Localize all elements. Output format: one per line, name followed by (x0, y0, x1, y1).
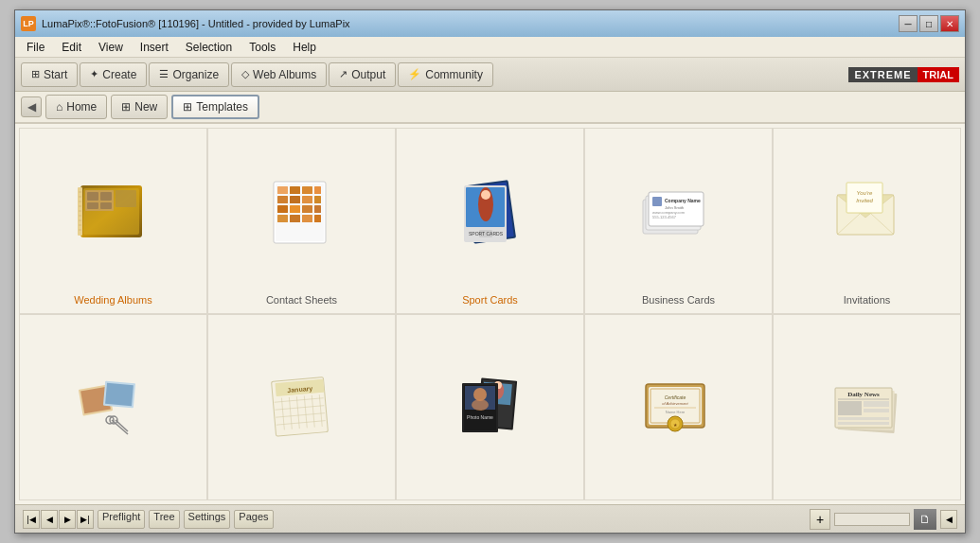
svg-text:SPORT CARDS: SPORT CARDS (469, 231, 504, 236)
svg-rect-110 (838, 422, 889, 425)
business-cards-label: Business Cards (642, 294, 715, 306)
menu-insert[interactable]: Insert (133, 39, 176, 56)
svg-rect-28 (277, 205, 288, 213)
sport-cards-svg: SPORT CARDS (453, 178, 528, 249)
certificates-svg: Certificate of Achievement Name Here ★ (641, 373, 717, 439)
invitations-icon-area: You're Invited (781, 136, 953, 290)
tree-button[interactable]: Tree (149, 510, 179, 529)
template-wedding-albums[interactable]: Wedding Albums (19, 128, 207, 314)
preflight-button[interactable]: Preflight (98, 510, 145, 529)
toolbar-output[interactable]: ↗ Output (329, 62, 396, 87)
menu-selection[interactable]: Selection (178, 39, 240, 56)
svg-rect-26 (302, 196, 312, 203)
svg-rect-62 (105, 382, 134, 405)
toolbar-webalbums[interactable]: ◇ Web Albums (231, 62, 327, 87)
main-window: LP LumaPix®::FotoFusion® [110196] - Unti… (14, 9, 966, 534)
toolbar-create[interactable]: ✦ Create (80, 62, 147, 87)
minimize-button[interactable]: ─ (899, 15, 918, 32)
scrapbook-svg (76, 373, 151, 439)
svg-text:Certificate: Certificate (664, 394, 686, 400)
svg-rect-47 (652, 197, 662, 206)
svg-rect-21 (290, 186, 300, 194)
svg-text:You're: You're (856, 190, 872, 196)
svg-rect-25 (290, 196, 300, 203)
page-back-btn[interactable]: ◀ (940, 510, 957, 529)
start-icon: ⊞ (31, 68, 40, 80)
extreme-label: EXTREME (848, 67, 917, 82)
svg-rect-27 (314, 196, 321, 203)
last-page-btn[interactable]: ▶| (77, 510, 94, 529)
app-icon: LP (21, 16, 36, 31)
template-newspaper[interactable]: Daily News (773, 314, 961, 500)
first-page-btn[interactable]: |◀ (23, 510, 40, 529)
svg-point-41 (481, 190, 490, 200)
menu-tools[interactable]: Tools (241, 39, 283, 56)
add-page-button[interactable]: + (810, 509, 830, 530)
template-contact-sheets[interactable]: Contact Sheets (207, 128, 396, 314)
nav-templates[interactable]: ⊞ Templates (171, 95, 259, 119)
maximize-button[interactable]: □ (919, 15, 938, 32)
wedding-albums-svg (76, 178, 151, 249)
template-sport-cards[interactable]: SPORT CARDS Sport Cards (396, 128, 584, 314)
new-icon: ⊞ (121, 100, 131, 114)
next-page-btn[interactable]: ▶ (59, 510, 76, 529)
back-button[interactable]: ◀ (21, 96, 42, 117)
invitations-label: Invitations (844, 294, 891, 306)
svg-text:Daily News: Daily News (847, 391, 880, 398)
start-label: Start (44, 68, 67, 81)
menu-file[interactable]: File (19, 39, 52, 56)
organize-icon: ☰ (159, 68, 169, 80)
photobooks-icon-area: Photo Name (404, 323, 576, 488)
template-row2-0[interactable] (19, 314, 207, 500)
title-bar: LP LumaPix®::FotoFusion® [110196] - Unti… (15, 10, 965, 37)
menu-bar: File Edit View Insert Selection Tools He… (15, 37, 965, 58)
page-nav-button[interactable]: 🗋 (914, 509, 936, 530)
organize-label: Organize (172, 68, 219, 81)
svg-rect-24 (277, 196, 288, 203)
svg-rect-106 (838, 401, 862, 415)
nav-new[interactable]: ⊞ New (111, 95, 168, 119)
prev-page-btn[interactable]: ◀ (41, 510, 58, 529)
main-content: Wedding Albums (15, 124, 965, 504)
svg-text:Photo Name: Photo Name (467, 414, 493, 420)
menu-view[interactable]: View (91, 39, 131, 56)
sport-cards-label: Sport Cards (462, 294, 518, 306)
toolbar-community[interactable]: ⚡ Community (398, 62, 493, 87)
svg-line-63 (112, 420, 128, 434)
wedding-albums-label: Wedding Albums (74, 294, 151, 306)
template-certificates[interactable]: Certificate of Achievement Name Here ★ (584, 314, 773, 500)
template-photo-books[interactable]: Photo Name (396, 314, 584, 500)
templates-icon: ⊞ (183, 100, 192, 114)
new-label: New (134, 100, 157, 114)
window-title: LumaPix®::FotoFusion® [110196] - Untitle… (42, 18, 350, 29)
settings-button[interactable]: Settings (184, 510, 231, 529)
extreme-badge: EXTREME TRIAL (848, 67, 959, 82)
svg-text:of Achievement: of Achievement (662, 401, 688, 406)
svg-rect-31 (314, 205, 321, 213)
contact-icon-area (216, 136, 387, 290)
template-business-cards[interactable]: Company Name John Smith www.company.com … (584, 128, 773, 314)
contact-sheets-label: Contact Sheets (266, 294, 337, 306)
svg-rect-35 (314, 215, 321, 222)
pages-button[interactable]: Pages (234, 510, 273, 529)
nav-home[interactable]: ⌂ Home (45, 95, 107, 119)
webalbums-icon: ◇ (241, 68, 249, 80)
svg-rect-23 (314, 186, 321, 194)
svg-point-88 (473, 388, 487, 401)
menu-help[interactable]: Help (285, 39, 324, 56)
toolbar-start[interactable]: ⊞ Start (21, 62, 78, 87)
calendar-icon-area: January (216, 323, 387, 488)
window-controls: ─ □ ✕ (899, 15, 959, 32)
webalbums-label: Web Albums (253, 68, 316, 81)
create-label: Create (102, 68, 136, 81)
toolbar-organize[interactable]: ☰ Organize (149, 62, 229, 87)
close-button[interactable]: ✕ (940, 15, 959, 32)
main-toolbar: ⊞ Start ✦ Create ☰ Organize ◇ Web Albums… (15, 58, 965, 92)
template-invitations[interactable]: You're Invited Invitations (773, 128, 961, 314)
template-grid: Wedding Albums (15, 124, 965, 504)
output-icon: ↗ (339, 68, 347, 80)
svg-rect-29 (290, 205, 300, 213)
template-calendar[interactable]: January (207, 314, 396, 500)
svg-rect-22 (302, 186, 312, 194)
menu-edit[interactable]: Edit (54, 39, 89, 56)
